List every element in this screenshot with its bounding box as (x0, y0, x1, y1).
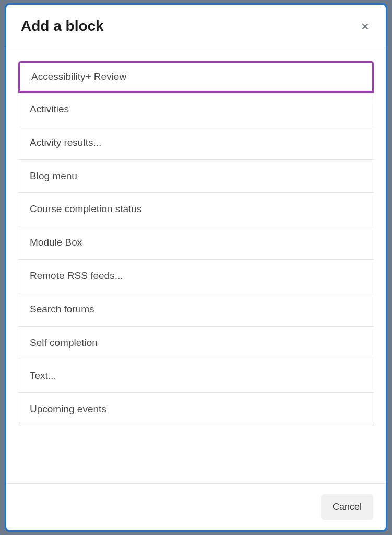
modal-body: Accessibility+ Review Activities Activit… (6, 48, 386, 483)
block-option[interactable]: Activities (18, 93, 374, 126)
block-option[interactable]: Self completion (18, 327, 374, 360)
block-option[interactable]: Search forums (18, 293, 374, 327)
block-option-accessibility-review[interactable]: Accessibility+ Review (18, 61, 374, 93)
cancel-button[interactable]: Cancel (321, 494, 373, 520)
add-block-modal: Add a block × Accessibility+ Review Acti… (5, 3, 387, 532)
block-option[interactable]: Module Box (18, 226, 374, 260)
block-option[interactable]: Remote RSS feeds... (18, 260, 374, 293)
close-icon[interactable]: × (359, 17, 371, 35)
page-backdrop: PSMD Site administration Add a block × A… (0, 0, 392, 535)
block-option[interactable]: Activity results... (18, 126, 374, 160)
block-option[interactable]: Blog menu (18, 160, 374, 193)
block-list: Accessibility+ Review Activities Activit… (18, 61, 374, 426)
block-option[interactable]: Text... (18, 359, 374, 393)
block-option[interactable]: Course completion status (18, 193, 374, 226)
modal-title: Add a block (21, 18, 104, 34)
block-option[interactable]: Upcoming events (18, 393, 374, 426)
modal-header: Add a block × (6, 5, 386, 48)
modal-footer: Cancel (6, 483, 386, 530)
